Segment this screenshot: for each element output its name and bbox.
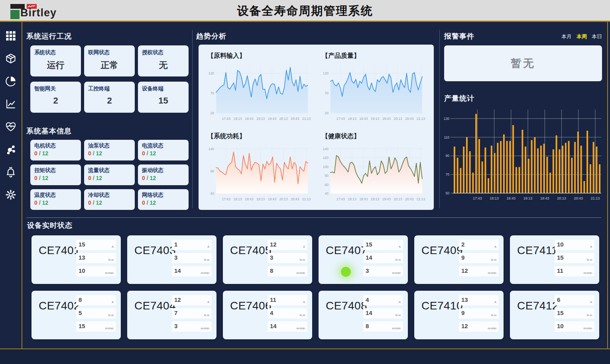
status-card-label: 授权状态 xyxy=(142,49,185,56)
device-metric-unit: N·m xyxy=(587,314,592,317)
info-card: 电机状态 0/ 12 xyxy=(30,140,81,160)
svg-text:120: 120 xyxy=(323,71,329,75)
svg-text:21:13: 21:13 xyxy=(417,197,425,201)
svg-text:19:13: 19:13 xyxy=(256,197,265,201)
chart-title: 【产品质量】 xyxy=(322,52,360,60)
device-card-CE7408[interactable]: CE7408 4 A 14 N·m 8 m³/min xyxy=(319,291,408,339)
info-card: 冷却状态 0/ 12 xyxy=(84,189,135,210)
info-card: 网络状态 0/ 12 xyxy=(138,189,189,210)
status-card: 系统状态 运行 xyxy=(30,45,81,76)
device-metric-unit: A xyxy=(590,301,592,303)
svg-text:130: 130 xyxy=(444,117,449,121)
device-name: CE7406 xyxy=(230,299,272,312)
status-card-label: 智能网关 xyxy=(34,85,77,92)
device-card-CE7411[interactable]: CE7411 10 A 15 N·m 11 m³/min xyxy=(510,235,599,284)
device-metric-unit: N·m xyxy=(396,258,401,261)
quality-line-chart: 17:4318:1318:4319:1319:4320:1320:4321:13… xyxy=(318,62,426,127)
device-card-CE7406[interactable]: CE7406 11 A 4 N·m 14 m³/min xyxy=(223,291,312,339)
raw-input-line-chart: 17:4318:1318:4319:1319:4320:1320:4321:13… xyxy=(203,62,312,127)
device-card-CE7409[interactable]: CE7409 2 A 9 N·m 12 m³/min xyxy=(414,235,504,284)
device-metrics: 8 A 5 N·m 15 m³/min xyxy=(76,295,116,332)
device-metric-unit: A xyxy=(590,245,592,248)
device-metric-row: 15 N·m xyxy=(555,308,594,319)
device-metric-value: 15 xyxy=(366,241,372,248)
info-card-count: 0/ 12 xyxy=(34,175,77,181)
device-metric-unit: m³/min xyxy=(105,272,114,274)
line-chart-icon[interactable] xyxy=(5,98,17,110)
gear-icon[interactable] xyxy=(5,189,17,201)
svg-text:20:43: 20:43 xyxy=(291,197,299,201)
section-title-system-info: 系统基本信息 xyxy=(26,126,72,136)
status-card-value: 2 xyxy=(88,96,131,106)
device-metric-unit: N·m xyxy=(300,314,305,317)
device-name: CE7411 xyxy=(517,244,558,257)
device-metric-row: 12 m³/min xyxy=(459,321,499,332)
device-name: CE7401 xyxy=(39,244,80,257)
svg-text:19:43: 19:43 xyxy=(382,197,391,201)
device-metric-unit: A xyxy=(303,301,305,303)
device-metric-value: 4 xyxy=(270,309,273,316)
device-name: CE7405 xyxy=(230,244,272,257)
device-metric-value: 9 xyxy=(461,254,464,261)
device-metric-unit: A xyxy=(494,301,496,303)
svg-text:90: 90 xyxy=(446,154,450,158)
device-card-CE7404[interactable]: CE7404 12 A 7 N·m 3 m³/min xyxy=(127,291,216,339)
info-card: 油泵状态 0/ 12 xyxy=(84,140,135,160)
bell-icon[interactable] xyxy=(5,166,17,178)
device-metric-row: 6 A xyxy=(555,295,594,305)
device-metric-unit: N·m xyxy=(587,258,592,261)
device-card-CE7412[interactable]: CE7412 6 A 15 N·m 10 m³/min xyxy=(510,291,599,339)
pie-chart-icon[interactable] xyxy=(5,75,17,87)
device-metrics: 10 A 15 N·m 11 m³/min xyxy=(555,240,594,276)
svg-text:17:43: 17:43 xyxy=(222,197,231,201)
device-card-CE7403[interactable]: CE7403 1 A 3 N·m 14 m³/min xyxy=(127,235,216,284)
device-metrics: 15 A 13 N·m 10 m³/min xyxy=(76,240,116,276)
system-status-grid: 系统状态 运行 联网状态 正常 授权状态 无 智能网关 2 工控终端 2 设备终… xyxy=(30,45,189,113)
device-metric-unit: A xyxy=(207,301,209,303)
device-metric-row: 4 N·m xyxy=(268,308,307,319)
status-card: 授权状态 无 xyxy=(138,45,189,76)
status-card-value: 15 xyxy=(142,96,185,106)
device-metric-row: 3 m³/min xyxy=(172,321,212,332)
device-metric-row: 15 N·m xyxy=(555,253,594,263)
device-metric-row: 14 m³/min xyxy=(268,321,307,332)
svg-text:19:43: 19:43 xyxy=(268,117,277,121)
cube-icon[interactable] xyxy=(5,53,17,65)
topology-icon[interactable] xyxy=(5,143,17,155)
svg-text:18:13: 18:13 xyxy=(348,117,356,121)
device-metric-row: 4 A xyxy=(363,295,403,305)
info-card-count: 0/ 12 xyxy=(142,175,185,181)
device-card-CE7402[interactable]: CE7402 8 A 5 N·m 15 m³/min xyxy=(31,291,121,339)
device-metric-row: 13 A xyxy=(459,295,499,305)
device-card-CE7401[interactable]: CE7401 15 A 13 N·m 10 m³/min xyxy=(31,235,121,284)
alarm-tab-本周[interactable]: 本周 xyxy=(577,33,587,40)
section-title-devices: 设备实时状态 xyxy=(27,221,73,230)
svg-text:50: 50 xyxy=(446,191,450,195)
device-card-CE7410[interactable]: CE7410 13 A 9 N·m 12 m³/min xyxy=(414,291,504,339)
power-line-chart: 17:4318:1318:4319:1319:4320:1320:4321:13… xyxy=(203,143,312,207)
section-divider xyxy=(26,217,601,218)
device-metrics: 15 A 14 N·m 3 m³/min xyxy=(363,240,403,276)
device-metric-row: 8 m³/min xyxy=(363,321,403,332)
device-metric-value: 12 xyxy=(461,323,468,329)
svg-text:18:13: 18:13 xyxy=(490,196,499,200)
device-metric-row: 14 N·m xyxy=(363,253,403,263)
svg-text:19:13: 19:13 xyxy=(256,117,265,121)
alarm-tab-本月[interactable]: 本月 xyxy=(561,33,572,40)
device-metric-row: 10 m³/min xyxy=(76,266,116,276)
device-card-CE7405[interactable]: CE7405 12 A 3 N·m 8 m³/min xyxy=(223,235,312,284)
alarm-tab-本日[interactable]: 本日 xyxy=(592,33,602,40)
info-card: 扭矩状态 0/ 12 xyxy=(30,164,81,185)
device-card-CE7407[interactable]: CE7407 15 A 14 N·m 3 m³/min xyxy=(319,235,408,284)
device-metric-value: 15 xyxy=(79,241,85,248)
device-metric-unit: A xyxy=(399,301,401,303)
apps-grid-icon[interactable] xyxy=(5,30,17,42)
svg-text:70: 70 xyxy=(446,172,450,176)
svg-text:100: 100 xyxy=(323,164,329,168)
svg-text:20:43: 20:43 xyxy=(405,117,414,121)
status-card: 工控终端 2 xyxy=(84,82,135,113)
health-pulse-icon[interactable] xyxy=(5,121,17,133)
device-metrics: 4 A 14 N·m 8 m³/min xyxy=(363,295,403,332)
svg-text:18:13: 18:13 xyxy=(233,197,242,201)
device-metric-row: 2 A xyxy=(459,240,499,250)
